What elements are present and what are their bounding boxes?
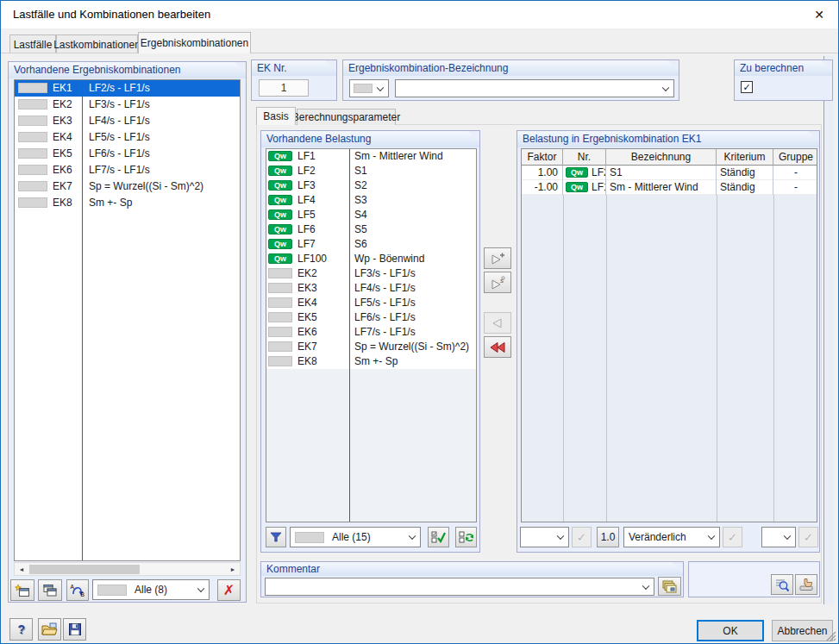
kriterium-select[interactable]: Veränderlich: [623, 527, 720, 547]
qw-badge: Qw: [268, 151, 292, 161]
list-empty-area: [266, 369, 476, 522]
scroll-left-arrow-icon[interactable]: ◄: [15, 563, 28, 575]
color-swatch: [268, 268, 292, 278]
new-combination-button[interactable]: [10, 579, 34, 601]
list-item-lf1[interactable]: QwLF1Sm - Mittlerer Wind: [266, 149, 476, 164]
available-loading-list[interactable]: QwLF1Sm - Mittlerer Wind QwLF2S1 QwLF3S2…: [266, 148, 477, 522]
list-item-ek3[interactable]: EK3LF4/s - LF1/s: [266, 281, 476, 296]
color-select[interactable]: [349, 79, 389, 97]
list-item-lf2[interactable]: QwLF2S1: [266, 164, 476, 178]
add-to-combination-button[interactable]: [484, 247, 511, 269]
comment-templates-button[interactable]: [658, 577, 681, 596]
list-item-lf100[interactable]: QwLF100Wp - Böenwind: [266, 252, 476, 266]
load-id: EK5: [297, 310, 317, 325]
designation-combobox[interactable]: [395, 79, 674, 97]
reset-factor-button[interactable]: 1.0: [597, 527, 619, 547]
list-item-ek2[interactable]: EK2LF3/s - LF1/s: [266, 266, 476, 281]
open-button[interactable]: [38, 618, 61, 641]
load-desc: LF4/s - LF1/s: [354, 281, 416, 296]
remove-from-combination-button[interactable]: [484, 312, 511, 334]
tab-berechnungsparameter[interactable]: Berechnungsparameter: [297, 109, 396, 125]
tab-basis[interactable]: Basis: [256, 107, 296, 125]
list-item-lf6[interactable]: QwLF6S5: [266, 222, 476, 237]
delete-combination-button[interactable]: ✗: [217, 579, 241, 601]
list-item-ek4[interactable]: EK4LF5/s - LF1/s: [15, 129, 240, 146]
apply-kriterium-button[interactable]: ✓: [723, 527, 742, 547]
column-header-label: Gruppe: [779, 151, 813, 163]
list-item-ek7[interactable]: EK7Sp = Wurzel((Si - Sm)^2): [266, 340, 476, 354]
resize-grip[interactable]: [826, 631, 836, 641]
list-item-ek1[interactable]: EK1LF2/s - LF1/s: [15, 80, 240, 97]
list-item-ek8[interactable]: EK8Sm +- Sp: [266, 354, 476, 369]
remove-all-button[interactable]: [484, 336, 511, 358]
save-button[interactable]: [63, 618, 86, 641]
show-details-button[interactable]: [771, 574, 793, 595]
result-combinations-list[interactable]: EK1LF2/s - LF1/s EK2LF3/s - LF1/s EK3LF4…: [14, 79, 241, 561]
gruppe-select[interactable]: [761, 527, 796, 547]
filter-button[interactable]: [266, 527, 286, 547]
chevron-down-icon: [409, 533, 416, 540]
table-row[interactable]: 1.00 QwLF2 S1 Ständig -: [522, 166, 817, 180]
list-item-ek7[interactable]: EK7Sp = Wurzel((Si - Sm)^2): [15, 178, 240, 195]
column-header-faktor: Faktor: [522, 149, 563, 166]
invert-selection-button[interactable]: [455, 527, 477, 547]
select-all-button[interactable]: [428, 527, 449, 547]
list-item-ek4[interactable]: EK4LF5/s - LF1/s: [266, 296, 476, 310]
left-filter-select[interactable]: Alle (8): [92, 579, 210, 600]
qw-badge: Qw: [566, 182, 588, 192]
horizontal-scrollbar[interactable]: ◄ ►: [14, 562, 241, 576]
renumber-button[interactable]: AB: [66, 579, 89, 601]
list-item-ek8[interactable]: EK8Sm +- Sp: [15, 195, 240, 211]
list-item-ek3[interactable]: EK3LF4/s - LF1/s: [15, 113, 240, 129]
loading-filter-select[interactable]: Alle (15): [290, 527, 421, 547]
panel-header: Zu berechnen: [735, 60, 832, 76]
new-window-star-icon: [15, 584, 30, 597]
combination-table[interactable]: Faktor Nr. Bezeichnung Kriterium Gruppe …: [521, 148, 817, 522]
qw-badge: Qw: [268, 209, 292, 220]
table-row[interactable]: -1.00 QwLF1 Sm - Mittlerer Wind Ständig …: [522, 180, 817, 195]
column-header-label: Kriterium: [723, 151, 765, 163]
qw-badge: Qw: [566, 167, 588, 178]
list-column-divider: [349, 149, 350, 522]
cell-gruppe: -: [773, 166, 817, 180]
cancel-button[interactable]: Abbrechen: [772, 620, 833, 641]
list-item-ek6[interactable]: EK6LF7/s - LF1/s: [15, 162, 240, 178]
cell-gruppe: -: [773, 180, 817, 195]
apply-button[interactable]: [795, 574, 817, 595]
ok-button[interactable]: OK: [697, 620, 764, 641]
column-line: [563, 149, 564, 522]
list-item-lf7[interactable]: QwLF7S6: [266, 237, 476, 252]
list-item-ek2[interactable]: EK2LF3/s - LF1/s: [15, 97, 240, 113]
scrollbar-thumb[interactable]: [29, 565, 140, 574]
factor-select[interactable]: [520, 527, 569, 547]
list-item-ek6[interactable]: EK6LF7/s - LF1/s: [266, 325, 476, 340]
list-item-ek5[interactable]: EK5LF6/s - LF1/s: [15, 146, 240, 162]
close-icon: ✕: [814, 8, 824, 22]
to-calculate-checkbox[interactable]: ✓: [741, 81, 753, 93]
add-permanent-button[interactable]: s: [484, 272, 511, 293]
ek-id: EK2: [53, 97, 72, 113]
ek-desc: LF3/s - LF1/s: [89, 97, 150, 113]
copy-combination-button[interactable]: [38, 579, 62, 601]
cell-faktor: 1.00: [522, 166, 563, 180]
color-swatch: [18, 99, 47, 109]
tab-lastfaelle[interactable]: Lastfälle: [9, 34, 56, 53]
comment-combobox[interactable]: [265, 578, 654, 596]
apply-check-icon: ✓: [728, 531, 737, 544]
apply-gruppe-button[interactable]: ✓: [798, 527, 818, 547]
list-item-lf5[interactable]: QwLF5S4: [266, 208, 476, 222]
cell-faktor: -1.00: [522, 180, 563, 195]
combination-loading-panel: Belastung in Ergebniskombination EK1 Fak…: [517, 130, 820, 553]
panel-header: Vorhandene Ergebniskombinationen: [9, 62, 246, 78]
tab-ergebniskombinationen[interactable]: Ergebniskombinationen: [138, 32, 251, 53]
close-button[interactable]: ✕: [807, 5, 831, 24]
help-button[interactable]: ??: [9, 618, 33, 641]
list-item-lf4[interactable]: QwLF4S3: [266, 193, 476, 208]
apply-factor-button[interactable]: ✓: [572, 527, 592, 547]
list-item-lf3[interactable]: QwLF3S2: [266, 178, 476, 193]
ek-number-field[interactable]: 1: [259, 79, 309, 97]
scroll-right-arrow-icon[interactable]: ►: [226, 563, 240, 575]
tab-lastkombinationen[interactable]: Lastkombinationen: [56, 34, 138, 53]
list-item-ek5[interactable]: EK5LF6/s - LF1/s: [266, 310, 476, 325]
load-desc: S2: [354, 178, 367, 193]
